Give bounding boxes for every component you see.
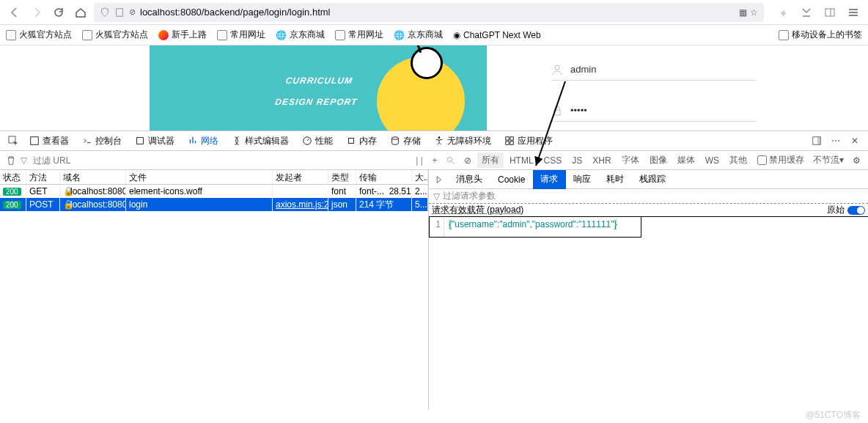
payload-json[interactable]: {"username":"admin","password":"111111"} [444,217,622,237]
dtab-cookie[interactable]: Cookie [490,170,533,189]
firefox-icon [158,30,169,40]
detail-back-icon[interactable] [429,170,449,189]
trash-icon[interactable] [4,154,18,167]
dtab-response[interactable]: 响应 [566,170,599,189]
add-icon[interactable]: ＋ [427,154,442,166]
bookmark-item[interactable]: 常用网址 [217,29,265,41]
browser-toolbar: ⊘ localhost:8080/backend/page/login/logi… [0,0,868,25]
username-field[interactable] [551,59,757,81]
bookmark-star-icon[interactable]: ☆ [750,7,758,18]
search-icon[interactable] [444,156,458,165]
svg-point-3 [555,65,559,70]
col-size[interactable]: 大... [412,170,428,184]
tab-accessibility[interactable]: 无障碍环境 [428,130,497,151]
raw-toggle[interactable]: 原始 [827,204,865,216]
url-text: localhost:8080/backend/page/login/login.… [140,7,735,18]
tab-storage[interactable]: 存储 [384,130,427,151]
url-bar[interactable]: ⊘ localhost:8080/backend/page/login/logi… [94,3,764,22]
mobile-bookmarks[interactable]: 移动设备上的书签 [779,29,862,41]
chat-icon: ◉ [453,30,460,40]
network-filter-bar: ▽ | | ＋ ⊘ 所有 HTML CSS JS XHR 字体 图像 媒体 WS… [0,151,868,170]
globe-icon: 🌐 [394,30,405,40]
svg-rect-13 [510,137,513,140]
network-panel: 状态 方法 域名 文件 发起者 类型 传输 大... 200 GET 🔒loca… [0,170,868,410]
username-input[interactable] [570,64,757,75]
block-icon[interactable]: ⊘ [460,155,476,166]
forward-button[interactable] [28,4,45,21]
col-initiator[interactable]: 发起者 [273,170,328,184]
password-input[interactable] [570,105,757,116]
dtab-headers[interactable]: 消息头 [449,170,490,189]
qr-icon[interactable]: ▦ [739,7,746,18]
throttle-dropdown[interactable]: 不节流▾ [809,152,848,168]
tab-style-editor[interactable]: 样式编辑器 [226,130,295,151]
bookmark-item[interactable]: 火狐官方站点 [6,29,72,41]
bookmark-item[interactable]: 火狐官方站点 [82,29,148,41]
filter-ws[interactable]: WS [701,154,724,167]
filter-other[interactable]: 其他 [725,152,751,168]
extension-icon[interactable]: ⟐ [774,4,792,21]
col-type[interactable]: 类型 [328,170,356,184]
dtab-timing[interactable]: 耗时 [599,170,632,189]
filter-html[interactable]: HTML [505,154,538,167]
col-status[interactable]: 状态 [0,170,26,184]
request-row-selected[interactable]: 200 POST 🔒localhost:8080 login axios.min… [0,198,428,211]
filter-js[interactable]: JS [567,154,586,167]
home-button[interactable] [72,4,89,21]
user-icon [551,64,563,76]
dtab-stack[interactable]: 栈跟踪 [632,170,674,189]
library-icon[interactable] [798,4,815,21]
menu-button[interactable] [845,4,862,21]
col-transfer[interactable]: 传输 [356,170,412,184]
folder-icon [6,30,16,40]
settings-gear-icon[interactable]: ⚙ [850,155,864,166]
back-button[interactable] [6,4,23,21]
folder-icon [335,30,345,40]
svg-rect-12 [506,137,509,140]
url-filter-input[interactable] [30,154,413,167]
disable-cache-checkbox[interactable]: 禁用缓存 [757,154,804,166]
payload-json-text: "username":"admin","password":"111111" [452,219,614,229]
col-method[interactable]: 方法 [26,170,60,184]
tab-console[interactable]: 控制台 [76,130,128,151]
svg-rect-14 [506,141,509,144]
inspector-pick-icon[interactable] [4,132,22,150]
tab-application[interactable]: 应用程序 [499,130,559,151]
filter-icon: ▽ [21,155,27,166]
filter-xhr[interactable]: XHR [588,154,615,167]
folder-icon [217,30,227,40]
tab-network[interactable]: 网络 [182,130,224,151]
dock-side-icon[interactable] [808,132,825,150]
tab-memory[interactable]: 内存 [340,130,383,151]
svg-rect-4 [554,110,560,115]
tab-performance[interactable]: 性能 [296,130,339,151]
request-row[interactable]: 200 GET 🔒localhost:8080 element-icons.wo… [0,185,428,198]
payload-body: 1 {"username":"admin","password":"111111… [429,217,641,238]
svg-rect-7 [137,138,144,144]
line-number: 1 [430,217,444,237]
filter-font[interactable]: 字体 [617,152,644,168]
bookmark-item[interactable]: 常用网址 [335,29,383,41]
tab-debugger[interactable]: 调试器 [129,130,180,151]
filter-params-label[interactable]: 过滤请求参数 [443,190,496,202]
tab-inspector[interactable]: 查看器 [23,130,75,151]
filter-media[interactable]: 媒体 [673,152,699,168]
bookmark-item[interactable]: ◉ChatGPT Next Web [453,30,541,40]
filter-css[interactable]: CSS [540,154,567,167]
filter-all[interactable]: 所有 [477,152,504,168]
bookmark-item[interactable]: 新手上路 [158,29,207,41]
login-form [487,45,868,130]
request-list: 状态 方法 域名 文件 发起者 类型 传输 大... 200 GET 🔒loca… [0,170,429,410]
globe-icon: 🌐 [276,30,287,40]
col-domain[interactable]: 域名 [60,170,126,184]
bookmark-item[interactable]: 🌐京东商城 [394,29,443,41]
bookmark-item[interactable]: 🌐京东商城 [276,29,325,41]
dtab-request[interactable]: 请求 [533,170,566,189]
more-icon[interactable]: ⋯ [827,132,845,150]
password-field[interactable] [551,100,757,122]
close-devtools-icon[interactable]: ✕ [846,132,864,150]
filter-image[interactable]: 图像 [645,152,672,168]
sidebar-icon[interactable] [821,4,839,21]
col-file[interactable]: 文件 [126,170,273,184]
reload-button[interactable] [50,4,67,21]
